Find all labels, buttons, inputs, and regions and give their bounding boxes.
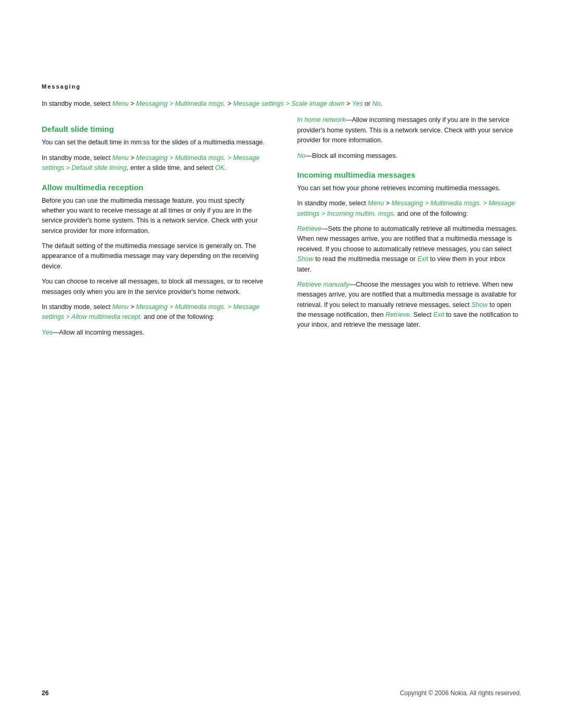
allow-menu-start: In standby mode, select <box>42 303 113 311</box>
allow-menu-mid: > <box>129 303 136 311</box>
retrieve-manually-retrieve-link: Retrieve <box>386 311 410 318</box>
allow-multimedia-para3: You can choose to receive all messages, … <box>42 277 266 297</box>
default-slide-timing-title: Default slide timing <box>42 125 266 133</box>
incoming-para2: In standby mode, select Menu > Messaging… <box>297 199 521 219</box>
allow-yes-text: —Allow all incoming messages. <box>53 329 144 336</box>
intro-text6: . <box>381 100 382 107</box>
home-network-para: In home network—Allow incoming messages … <box>297 115 521 145</box>
no-text: —Block all incoming messages. <box>305 152 397 159</box>
allow-yes-link: Yes <box>42 329 53 336</box>
allow-multimedia-para2: The default setting of the multimedia me… <box>42 241 266 272</box>
intro-text4: > <box>345 100 352 107</box>
retrieve-show-link: Show <box>297 255 313 263</box>
allow-multimedia-para4: In standby mode, select Menu > Messaging… <box>42 302 266 323</box>
retrieve-para: Retrieve—Sets the phone to automatically… <box>297 224 521 275</box>
page-footer: 26 Copyright © 2006 Nokia. All rights re… <box>42 689 521 697</box>
retrieve-manually-show-link: Show <box>471 301 487 309</box>
slide-timing-menu-link: Menu <box>113 154 129 162</box>
allow-multimedia-para1: Before you can use the multimedia messag… <box>42 196 266 237</box>
allow-multimedia-reception-title: Allow multimedia reception <box>42 183 266 192</box>
intro-link-yes: Yes <box>352 100 363 107</box>
slide-timing-para2: In standby mode, select Menu > Messaging… <box>42 153 266 174</box>
allow-yes-para: Yes—Allow all incoming messages. <box>42 328 266 338</box>
allow-menu-end: and one of the following: <box>142 313 214 320</box>
copyright-text: Copyright © 2006 Nokia. All rights reser… <box>400 689 521 697</box>
page: Messaging In standby mode, select Menu >… <box>0 0 563 728</box>
intro-link-menu: Menu <box>113 100 129 107</box>
retrieve-text: —Sets the phone to automatically retriev… <box>297 225 517 253</box>
retrieve-manually-exit-link: Exit <box>433 311 444 318</box>
right-column: In home network—Allow incoming messages … <box>292 115 521 343</box>
retrieve-label: Retrieve <box>297 225 322 232</box>
intro-paragraph: In standby mode, select Menu > Messaging… <box>42 99 521 109</box>
page-number: 26 <box>42 689 48 697</box>
slide-timing-period: . <box>225 164 226 171</box>
two-col-layout: Default slide timing You can set the def… <box>42 115 521 343</box>
intro-text3: > <box>226 100 233 107</box>
allow-menu-link: Menu <box>113 303 129 311</box>
retrieve-exit-link: Exit <box>418 255 429 263</box>
incoming-menu-mid: > <box>384 200 391 207</box>
retrieve-manually-cont: . Select <box>410 311 433 318</box>
incoming-menu-link: Menu <box>368 200 384 207</box>
slide-timing-menu-end: , enter a slide time, and select <box>127 164 215 171</box>
intro-link-messaging: Messaging > Multimedia msgs. <box>136 100 226 107</box>
no-link: No <box>297 152 305 159</box>
intro-link-settings: Message settings > Scale image down <box>233 100 345 107</box>
retrieve-manually-label: Retrieve manually <box>297 281 349 288</box>
home-network-link: In home network <box>297 116 345 124</box>
intro-text2: > <box>129 100 136 107</box>
left-column: Default slide timing You can set the def… <box>42 115 271 343</box>
incoming-menu-start: In standby mode, select <box>297 200 368 207</box>
intro-link-no: No <box>372 100 381 107</box>
slide-timing-menu-start: In standby mode, select <box>42 154 113 162</box>
retrieve-manually-para: Retrieve manually—Choose the messages yo… <box>297 280 521 330</box>
intro-text-start: In standby mode, select <box>42 100 113 107</box>
intro-text5: or <box>363 100 372 107</box>
no-para: No—Block all incoming messages. <box>297 151 521 161</box>
slide-timing-ok-link: OK <box>215 164 224 171</box>
incoming-menu-end: and one of the following: <box>396 210 468 217</box>
incoming-multimedia-title: Incoming multimedia messages <box>297 170 521 179</box>
section-header: Messaging <box>42 83 521 90</box>
retrieve-mid: to read the multimedia message or <box>313 255 417 263</box>
slide-timing-para1: You can set the default time in mm:ss fo… <box>42 138 266 147</box>
slide-timing-menu-mid: > <box>129 154 136 162</box>
incoming-para1: You can set how your phone retrieves inc… <box>297 183 521 193</box>
